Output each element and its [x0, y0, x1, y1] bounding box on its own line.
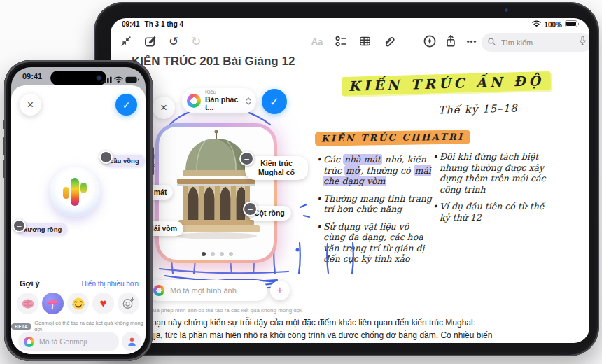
laughing-emoji-icon	[71, 297, 85, 311]
dictation-mic-icon[interactable]	[579, 36, 587, 49]
beta-disclaimer: BETA Genmoji có thể tạo ra các kết quả k…	[11, 320, 146, 332]
power-button	[152, 147, 154, 175]
search-input[interactable]	[500, 38, 575, 48]
remove-tag-button[interactable]: –	[243, 202, 258, 216]
wifi-icon	[114, 74, 123, 86]
note-paragraph: i đoạn này chứng kiến sự trỗi dậy của mộ…	[143, 317, 571, 342]
check-icon: ✓	[270, 95, 279, 108]
style-value: Bản phác t...	[205, 96, 241, 112]
suggestions-title: Gợi ý	[20, 279, 40, 288]
close-icon: ×	[27, 99, 34, 111]
emoji-suggestion-brain[interactable]	[17, 293, 38, 314]
ipad-screen: 09:41 Th 3 1 thg 4 100% ↺ ↻ Aa	[111, 18, 589, 343]
beta-badge: BETA	[11, 323, 31, 330]
show-more-link[interactable]: Hiển thị nhiều hơn	[81, 280, 139, 288]
emoji-suggestion-laughing[interactable]	[67, 293, 89, 314]
check-icon: ✓	[122, 99, 131, 111]
genmoji-confirm-button[interactable]: ✓	[115, 94, 137, 115]
genmoji-sheet: × ✓ – cầu vồng – xương rồng Gợi ý Hiển t…	[11, 85, 146, 354]
share-icon	[444, 34, 457, 48]
chevron-up-down-icon	[246, 97, 251, 105]
generated-image-frame	[155, 123, 277, 263]
minus-icon: –	[17, 222, 21, 230]
handwritten-subheading: Thế kỷ 15–18	[438, 102, 518, 116]
cellular-signal-icon	[102, 74, 112, 86]
red-heart-icon: ♥	[99, 298, 106, 309]
add-emoji-icon	[122, 297, 135, 310]
genmoji-prompt-input[interactable]	[38, 337, 113, 346]
page-indicator[interactable]	[202, 252, 233, 256]
image-playground-icon	[187, 94, 201, 108]
table-button[interactable]	[356, 33, 373, 50]
ipad-clock: 09:41	[122, 20, 140, 28]
iphone-status-icons	[102, 74, 139, 86]
wifi-icon	[532, 20, 541, 29]
remove-tag-button[interactable]: –	[239, 151, 254, 166]
note-bullet: Ví dụ đầu tiên có từ thế kỷ thứ 12	[433, 201, 557, 223]
image-playground-icon	[153, 285, 164, 296]
minus-icon: –	[248, 205, 253, 214]
note-title: KIẾN TRÚC 201 Bài Giảng 12	[132, 55, 295, 69]
chhatri-dome-image	[159, 127, 274, 260]
more-button[interactable]: •••	[463, 33, 480, 50]
playground-disclaimer: Đũa phép hình ảnh có thể tạo ra các kết …	[143, 307, 303, 314]
style-selector[interactable]: Kiểu Bản phác t...	[182, 88, 256, 113]
minus-icon: –	[244, 155, 249, 163]
checklist-button[interactable]	[332, 33, 349, 50]
volume-up-button	[3, 137, 5, 155]
collapse-button[interactable]	[118, 33, 134, 50]
markup-button[interactable]	[421, 33, 438, 50]
add-suggestion-button[interactable]: +	[270, 281, 290, 300]
volume-down-button	[3, 160, 5, 178]
paragraph-line: hajja, tức là phần mái hiên nhô ra khỏi …	[143, 330, 571, 342]
ipad-date: Th 3 1 thg 4	[145, 20, 184, 28]
undo-icon: ↺	[169, 36, 178, 48]
iphone-clock: 09:41	[22, 72, 42, 80]
paperclip-icon	[382, 35, 396, 48]
search-icon	[487, 36, 496, 49]
umbrella-icon	[46, 298, 59, 310]
undo-button[interactable]: ↺	[165, 33, 182, 50]
remove-tag-button[interactable]: –	[99, 150, 113, 164]
brain-icon	[21, 298, 35, 309]
search-field[interactable]	[482, 33, 589, 52]
tag-mughal: Kiến trúc Mughal cổ	[245, 156, 308, 180]
playground-close-button[interactable]: ×	[153, 97, 175, 119]
attach-button[interactable]	[380, 33, 397, 50]
genmoji-preview	[50, 167, 100, 217]
emoji-suggestion-umbrella[interactable]	[42, 293, 64, 314]
compose-icon	[144, 35, 157, 48]
compose-button[interactable]	[141, 33, 158, 50]
remove-tag-button[interactable]: –	[13, 219, 26, 232]
table-icon	[358, 35, 372, 48]
ipad-status-left: 09:41 Th 3 1 thg 4	[122, 20, 183, 28]
checklist-icon	[335, 35, 348, 48]
image-prompt-input[interactable]	[169, 286, 261, 295]
format-button[interactable]: Aa	[309, 33, 326, 50]
paragraph-line: i đoạn này chứng kiến sự trỗi dậy của mộ…	[143, 317, 571, 330]
image-playground-icon	[24, 337, 34, 347]
emoji-suggestions: ♥	[17, 293, 139, 314]
emoji-suggestion-add[interactable]	[118, 293, 139, 314]
ipad-status-right: 100%	[532, 20, 580, 29]
redo-button[interactable]: ↻	[188, 33, 204, 50]
plus-icon: +	[276, 284, 283, 297]
battery-percent: 100%	[544, 21, 562, 29]
notes-column-right: Đôi khi đứng tách biệt nhưng thường được…	[433, 151, 557, 229]
emoji-suggestion-heart[interactable]: ♥	[92, 293, 114, 314]
redo-icon: ↻	[191, 36, 201, 48]
markup-pencil-icon	[423, 34, 437, 48]
playground-confirm-button[interactable]: ✓	[262, 89, 287, 114]
ellipsis-icon: •••	[467, 37, 477, 46]
collapse-icon	[120, 35, 132, 48]
minus-icon: –	[104, 153, 108, 161]
note-bullet: Đôi khi đứng tách biệt nhưng thường được…	[433, 151, 557, 195]
share-button[interactable]	[442, 33, 459, 50]
people-button[interactable]	[122, 332, 141, 351]
genmoji-close-button[interactable]: ×	[20, 94, 41, 115]
dynamic-island	[50, 71, 106, 85]
genmoji-prompt-field[interactable]	[18, 332, 119, 351]
battery-icon	[565, 20, 580, 29]
image-prompt-field[interactable]	[147, 280, 267, 301]
rainbow-cactus-emoji	[63, 178, 87, 206]
